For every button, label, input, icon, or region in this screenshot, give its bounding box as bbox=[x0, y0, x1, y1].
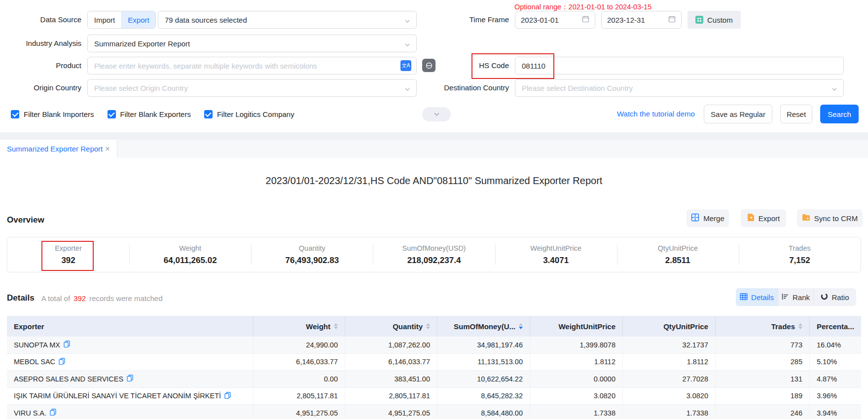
merge-icon bbox=[691, 213, 699, 223]
exporter-name: IŞIK TARIM ÜRÜNLERİ SANAYİ VE TİCARET AN… bbox=[14, 392, 221, 400]
hs-code-input[interactable] bbox=[515, 57, 844, 75]
view-rank-button[interactable]: Rank bbox=[778, 288, 813, 306]
copy-icon[interactable] bbox=[224, 392, 231, 400]
filter-blank-importers-checkbox[interactable]: Filter Blank Importers bbox=[11, 110, 94, 118]
chevron-down-icon bbox=[404, 41, 410, 49]
view-ratio-button[interactable]: Ratio bbox=[813, 288, 856, 306]
merge-button[interactable]: Merge bbox=[687, 209, 729, 227]
ratio-donut-icon bbox=[821, 293, 828, 302]
sum-cell: 10,622,654.22 bbox=[437, 371, 530, 387]
sort-icon-active-desc[interactable] bbox=[519, 323, 523, 329]
stat-value: 76,493,902.83 bbox=[285, 256, 339, 266]
sort-icon[interactable] bbox=[334, 323, 338, 329]
stat-value: 2.8511 bbox=[665, 256, 690, 266]
stat-weight: Weight 64,011,265.02 bbox=[129, 237, 251, 272]
search-button[interactable]: Search bbox=[820, 105, 859, 123]
percentage-cell: 3.96% bbox=[809, 388, 861, 405]
sort-icon[interactable] bbox=[798, 323, 802, 329]
calendar-icon bbox=[582, 15, 589, 24]
chevron-down-icon bbox=[832, 85, 837, 94]
end-date-value: 2023-12-31 bbox=[607, 16, 645, 24]
translate-icon[interactable]: 文A bbox=[400, 60, 411, 71]
exporter-name: SUNOPTA MX bbox=[14, 341, 60, 349]
table-icon bbox=[740, 293, 748, 302]
view-rank-label: Rank bbox=[793, 293, 810, 302]
time-frame-label: Time Frame bbox=[444, 11, 509, 29]
start-date-input[interactable]: 2023-01-01 bbox=[515, 11, 595, 29]
end-date-input[interactable]: 2023-12-31 bbox=[601, 11, 682, 29]
report-title: 2023/01/01-2023/12/31,HS Code AND"081110… bbox=[0, 175, 868, 187]
filter-row-industry: Industry Analysis Summarized Exporter Re… bbox=[0, 35, 868, 52]
tutorial-demo-link[interactable]: Watch the tutorial demo bbox=[617, 104, 695, 124]
stat-label: QtyUnitPrice bbox=[658, 244, 698, 252]
product-keywords-input[interactable] bbox=[87, 57, 417, 75]
stat-exporter: Exporter 392 bbox=[7, 237, 129, 272]
weight-unit-price-cell: 1,399.8078 bbox=[530, 337, 622, 353]
copy-icon[interactable] bbox=[64, 341, 70, 349]
stat-qty-unit-price: QtyUnitPrice 2.8511 bbox=[617, 237, 739, 272]
summary-suffix: records were matched bbox=[89, 294, 162, 303]
checkbox-checked-icon bbox=[204, 110, 213, 118]
percentage-cell: 3.94% bbox=[809, 405, 861, 419]
view-details-button[interactable]: Details bbox=[736, 288, 778, 306]
column-header-weight[interactable]: Weight bbox=[253, 316, 345, 337]
sum-cell: 11,131,513.00 bbox=[437, 354, 530, 371]
origin-country-placeholder: Please select Origin Country bbox=[94, 84, 188, 92]
view-details-label: Details bbox=[751, 293, 774, 302]
copy-icon[interactable] bbox=[50, 409, 56, 417]
table-header-row: Exporter Weight Quantity SumOfMoney(U...… bbox=[7, 316, 861, 337]
industry-analysis-select[interactable]: Summarized Exporter Report bbox=[87, 35, 417, 52]
weight-cell: 0.00 bbox=[253, 371, 345, 387]
close-icon[interactable]: × bbox=[105, 145, 110, 153]
copy-icon[interactable] bbox=[59, 358, 65, 366]
details-summary: A total of 392 records were matched bbox=[41, 294, 163, 303]
custom-label: Custom bbox=[707, 16, 733, 24]
origin-country-select[interactable]: Please select Origin Country bbox=[87, 79, 417, 97]
column-header-sum-of-money[interactable]: SumOfMoney(U... bbox=[437, 316, 530, 337]
column-header-trades[interactable]: Trades bbox=[715, 316, 809, 337]
weight-unit-price-cell: 1.7338 bbox=[530, 405, 622, 419]
reset-button[interactable]: Reset bbox=[780, 105, 812, 123]
custom-range-button[interactable]: Custom bbox=[687, 11, 741, 29]
destination-country-select[interactable]: Please select Destination Country bbox=[515, 79, 844, 97]
trades-cell: 189 bbox=[715, 388, 809, 405]
sync-label: Sync to CRM bbox=[814, 214, 858, 223]
custom-icon bbox=[695, 16, 703, 24]
stat-weight-unit-price: WeightUnitPrice 3.4071 bbox=[495, 237, 617, 272]
exporter-name: MEBOL SAC bbox=[14, 358, 55, 366]
tab-summarized-exporter-report[interactable]: Summarized Exporter Report × bbox=[0, 140, 117, 158]
stat-value: 64,011,265.02 bbox=[164, 256, 217, 266]
sync-to-crm-button[interactable]: Sync to CRM bbox=[797, 209, 863, 227]
trades-cell: 246 bbox=[715, 405, 809, 419]
section-divider bbox=[0, 132, 868, 140]
qty-unit-price-cell: 1.8112 bbox=[622, 354, 715, 371]
keyword-helper-icon[interactable] bbox=[422, 59, 435, 72]
export-toggle[interactable]: Export bbox=[121, 11, 155, 28]
copy-icon[interactable] bbox=[127, 375, 133, 383]
table-row: ASEPRO SALES AND SERVICES 0.00 383,451.0… bbox=[7, 371, 861, 388]
sum-cell: 8,645,282.32 bbox=[437, 388, 530, 405]
stat-value: 7,152 bbox=[789, 256, 810, 266]
import-toggle[interactable]: Import bbox=[88, 11, 121, 28]
table-row: VIRU S.A. 4,951,275.05 4,951,275.05 8,58… bbox=[7, 405, 861, 419]
view-switcher: Details Rank Ratio bbox=[736, 288, 856, 306]
exporter-table: Exporter Weight Quantity SumOfMoney(U...… bbox=[7, 316, 861, 419]
save-as-regular-button[interactable]: Save as Regular bbox=[704, 105, 772, 123]
details-header: Details A total of 392 records were matc… bbox=[7, 289, 163, 307]
exporter-name: ASEPRO SALES AND SERVICES bbox=[14, 375, 123, 383]
table-row: MEBOL SAC 6,146,033.77 6,146,033.77 11,1… bbox=[7, 354, 861, 371]
filter-blank-exporters-checkbox[interactable]: Filter Blank Exporters bbox=[108, 110, 191, 118]
filter-logistics-company-checkbox[interactable]: Filter Logitics Company bbox=[204, 110, 294, 118]
weight-unit-price-cell: 3.0820 bbox=[530, 388, 622, 405]
data-sources-select[interactable]: 79 data sources selected bbox=[158, 11, 417, 29]
checkbox-label: Filter Blank Importers bbox=[24, 110, 94, 118]
overview-stats-card: Exporter 392 Weight 64,011,265.02 Quanti… bbox=[7, 237, 861, 272]
export-button[interactable]: Export bbox=[741, 209, 786, 227]
qty-unit-price-cell: 3.0820 bbox=[622, 388, 715, 405]
calendar-icon bbox=[668, 15, 676, 24]
collapse-filters-button[interactable] bbox=[422, 107, 451, 121]
column-header-quantity[interactable]: Quantity bbox=[345, 316, 437, 337]
overview-heading: Overview bbox=[7, 215, 44, 225]
stat-trades: Trades 7,152 bbox=[739, 237, 861, 272]
sort-icon[interactable] bbox=[426, 323, 430, 329]
